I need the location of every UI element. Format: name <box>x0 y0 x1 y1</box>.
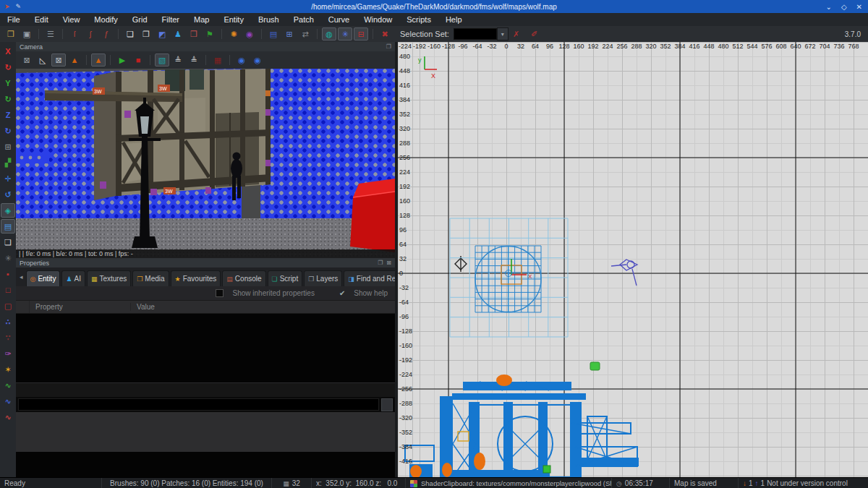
rotate-x-icon[interactable]: ↻ <box>1 60 15 74</box>
properties-restore-icon[interactable]: ❐ <box>378 260 383 266</box>
ortho-view[interactable]: y X X <box>398 42 868 477</box>
moveable-entity[interactable] <box>611 260 637 286</box>
lighting-preview-icon[interactable]: ▲ <box>91 53 106 67</box>
clip-mode-icon[interactable]: ▤ <box>1 219 15 234</box>
play-timer-icon[interactable]: ▶ <box>115 53 129 67</box>
lighting-view-icon[interactable]: ▲ <box>67 53 82 67</box>
curve-nurbs-icon[interactable]: ✶ <box>1 362 15 377</box>
texture-natural-icon[interactable]: ▞ <box>1 155 15 170</box>
menu-curve[interactable]: Curve <box>321 13 357 26</box>
value-entry-input[interactable] <box>18 398 379 411</box>
selection-set-dropdown-icon[interactable]: ▾ <box>497 27 509 40</box>
face-icon[interactable]: ✑ <box>1 346 15 361</box>
far-clip-out-icon[interactable]: ≜ <box>171 53 185 67</box>
show-lights-icon[interactable]: ◉ <box>234 53 249 67</box>
edge-icon[interactable]: ∵ <box>1 330 15 345</box>
surface-inspector-icon[interactable]: ⊞ <box>282 27 297 40</box>
curve-catmull-icon[interactable]: ∿ <box>1 378 15 393</box>
patch-lattice-outer[interactable] <box>450 218 568 337</box>
building-complex[interactable] <box>405 382 639 477</box>
csg-subtract-icon[interactable]: ▪ <box>1 267 15 281</box>
rotate-mode-icon[interactable]: ↺ <box>1 187 15 202</box>
properties-close-icon[interactable]: ⊠ <box>386 260 391 266</box>
menu-entity[interactable]: Entity <box>216 13 251 26</box>
room-icon[interactable]: ▢ <box>1 299 15 313</box>
create-light-icon[interactable]: ✺ <box>226 27 241 40</box>
far-clip-in-icon[interactable]: ≜ <box>187 53 201 67</box>
menu-brush[interactable]: Brush <box>251 13 286 26</box>
rotate-z-icon[interactable]: ↻ <box>1 124 15 138</box>
repeat-icon[interactable]: ƒ <box>99 27 114 40</box>
readables-icon[interactable]: ❒ <box>187 27 201 40</box>
flip-x-icon[interactable]: X <box>1 44 15 59</box>
entity-inspector-toggle-icon[interactable]: ✳ <box>338 27 352 40</box>
create-speaker-icon[interactable]: ◉ <box>242 27 257 40</box>
flip-z-icon[interactable]: Z <box>1 108 15 122</box>
open-map-icon[interactable]: ❒ <box>4 27 18 40</box>
console-toggle-icon[interactable]: ◍ <box>322 27 336 40</box>
textured-view-icon[interactable]: ⊠ <box>51 53 66 67</box>
value-column-header[interactable]: Value <box>131 303 395 311</box>
map-info-icon[interactable]: ☰ <box>43 27 58 40</box>
texture-tool-icon[interactable]: ▤ <box>266 27 281 40</box>
stop-timer-icon[interactable]: ■ <box>131 53 145 67</box>
create-patch-icon[interactable]: ◩ <box>155 27 169 40</box>
camera-viewport[interactable]: 3W 3W 3W <box>16 69 395 258</box>
redo-icon[interactable]: ʃ <box>83 27 98 40</box>
light-entity-marker[interactable] <box>590 362 600 370</box>
menu-help[interactable]: Help <box>438 13 469 26</box>
rotate-y-icon[interactable]: ↻ <box>1 92 15 106</box>
animation-icon[interactable]: ▦ <box>210 53 225 67</box>
freeze-view-icon[interactable]: ◉ <box>250 53 265 67</box>
toolbar-pin-icon[interactable]: ✐ <box>531 30 537 39</box>
tab-ai[interactable]: ♟AI <box>61 270 85 286</box>
selection-set-combo[interactable] <box>454 28 497 40</box>
maximize-icon[interactable]: ◇ <box>841 3 847 11</box>
tab-console[interactable]: ▤Console <box>222 270 265 286</box>
tab-favourites[interactable]: ★Favourites <box>171 270 221 286</box>
flip-y-icon[interactable]: Y <box>1 76 15 90</box>
curve-append-icon[interactable]: ∿ <box>1 394 15 408</box>
undo-icon[interactable]: ſ <box>67 27 82 40</box>
merge-icon[interactable]: ✳ <box>1 251 15 265</box>
menu-filter[interactable]: Filter <box>155 13 187 26</box>
menu-map[interactable]: Map <box>187 13 216 26</box>
clipper-toggle-icon[interactable]: ⊟ <box>354 27 368 40</box>
property-column-header[interactable]: Property <box>30 303 131 311</box>
show-help-checkbox[interactable]: ✔ <box>339 289 345 297</box>
green-entity-marker[interactable] <box>543 466 550 473</box>
create-brush-icon[interactable]: ❏ <box>123 27 137 40</box>
create-ai-icon[interactable]: ♟ <box>171 27 185 40</box>
pin-icon[interactable]: ✎ <box>16 3 22 10</box>
properties-header[interactable]: Properties ❐ ⊠ <box>16 258 395 267</box>
translate-mode-icon[interactable]: ✛ <box>1 171 15 186</box>
tabs-scroll-left-icon[interactable]: ◂ <box>17 273 25 281</box>
tab-script[interactable]: ❏Script <box>268 270 303 286</box>
show-textures-icon[interactable]: ▧ <box>155 53 169 67</box>
camera-restore-icon[interactable]: ❐ <box>386 43 391 50</box>
snapshot-icon[interactable]: ❏ <box>1 235 15 249</box>
flat-view-icon[interactable]: ◺ <box>35 53 50 67</box>
menu-modify[interactable]: Modify <box>87 13 124 26</box>
menu-window[interactable]: Window <box>357 13 399 26</box>
map-flag-icon[interactable]: ⚑ <box>203 27 217 40</box>
tab-layers[interactable]: ❐Layers <box>304 270 342 286</box>
menu-scripts[interactable]: Scripts <box>399 13 438 26</box>
texture-lock-icon[interactable]: ◈ <box>1 203 15 218</box>
menu-view[interactable]: View <box>56 13 88 26</box>
save-map-icon[interactable]: ▣ <box>20 27 34 40</box>
menu-patch[interactable]: Patch <box>286 13 321 26</box>
show-inherited-checkbox[interactable] <box>216 289 224 297</box>
tab-textures[interactable]: ▦Textures <box>87 270 131 286</box>
delete-selection-set-icon[interactable]: ✗ <box>513 30 519 39</box>
value-entry-button[interactable] <box>381 398 393 411</box>
menu-file[interactable]: File <box>0 13 27 26</box>
speaker-muted-icon[interactable]: ✖ <box>378 27 392 40</box>
speaker-entity[interactable] <box>455 256 467 272</box>
vertex-icon[interactable]: ∴ <box>1 314 15 329</box>
curve-remove-icon[interactable]: ∿ <box>1 410 15 424</box>
create-cube-icon[interactable]: ❐ <box>139 27 153 40</box>
patch-inspector-icon[interactable]: ⇄ <box>298 27 312 40</box>
tab-entity[interactable]: ◎Entity <box>26 270 61 286</box>
close-icon[interactable]: ✕ <box>856 3 862 11</box>
